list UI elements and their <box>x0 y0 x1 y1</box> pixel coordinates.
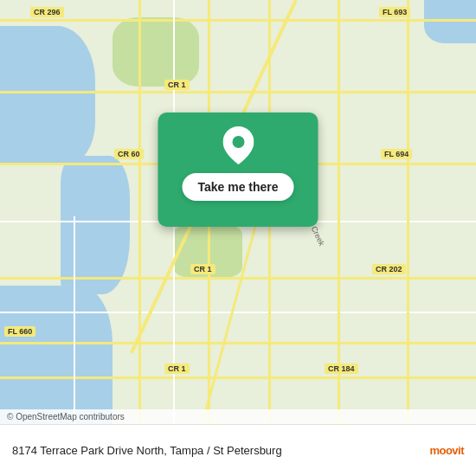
road-label-fl693-top: FL 693 <box>379 7 410 17</box>
road-vertical-thin-2 <box>173 0 175 476</box>
road-horizontal-5 <box>0 342 476 344</box>
road-label-fl660: FL 660 <box>4 326 35 337</box>
road-label-cr184: CR 184 <box>325 363 358 374</box>
address-text: 8174 Terrace Park Drive North, Tampa / S… <box>12 444 282 457</box>
take-me-there-card: Take me there <box>158 113 318 227</box>
road-label-cr202: CR 202 <box>372 264 406 274</box>
attribution-text: © OpenStreetMap contributors <box>7 412 125 421</box>
water-top-right <box>424 0 476 43</box>
road-vertical-1 <box>138 0 141 476</box>
road-vertical-3 <box>268 0 271 476</box>
map-container: CR 296 FL 693 CR 1 CR 60 FL 694 CR 1 CR … <box>0 0 476 476</box>
road-horizontal-2 <box>0 91 476 93</box>
card-tail <box>226 213 250 227</box>
take-me-there-button[interactable]: Take me there <box>182 173 293 201</box>
road-vertical-4 <box>338 0 340 476</box>
water-inlet <box>61 156 130 294</box>
road-label-cr1-low: CR 1 <box>164 363 190 374</box>
road-label-cr60: CR 60 <box>114 149 144 159</box>
road-horizontal-4 <box>0 277 476 280</box>
water-left-top <box>0 26 95 164</box>
bottom-bar: 8174 Terrace Park Drive North, Tampa / S… <box>0 424 476 476</box>
road-label-fl694: FL 694 <box>381 149 412 159</box>
svg-point-0 <box>232 136 244 148</box>
road-label-cr1-mid: CR 1 <box>190 264 215 274</box>
road-horizontal-thin-2 <box>0 312 476 313</box>
attribution-bar: © OpenStreetMap contributors <box>0 409 476 424</box>
road-label-cr296: CR 296 <box>30 7 64 17</box>
park-top <box>113 17 199 87</box>
moovit-logo: moovit <box>429 444 464 457</box>
location-pin-icon <box>219 126 257 164</box>
road-horizontal-1 <box>0 19 476 22</box>
road-horizontal-6 <box>0 376 476 379</box>
moovit-text: moovit <box>429 444 464 457</box>
road-label-cr1-top: CR 1 <box>164 80 190 90</box>
road-vertical-5 <box>407 0 409 476</box>
